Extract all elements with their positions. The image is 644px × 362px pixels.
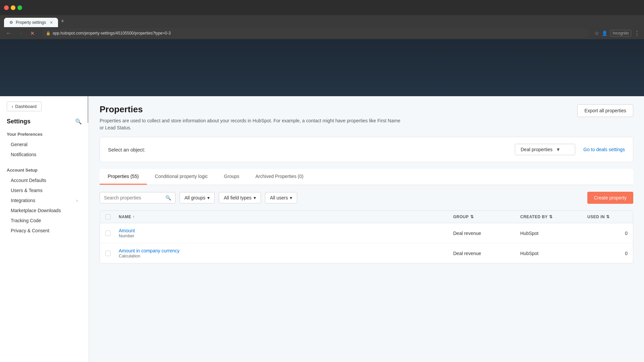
page-description: Properties are used to collect and store… [100,117,401,131]
profile-icon[interactable]: 👤 [602,31,607,36]
bookmark-icon[interactable]: ☆ [594,30,599,37]
th-used-in: USED IN ⇅ [587,215,628,219]
page-header: Properties Properties are used to collec… [100,104,633,131]
header-checkbox-cell [105,214,119,220]
all-users-arrow-icon: ▾ [290,195,292,200]
row1-used-in: 0 [587,231,628,236]
general-label: General [11,142,28,147]
notifications-label: Notifications [11,152,36,157]
incognito-label: Incognito [610,30,631,37]
table-row: Amount Number Deal revenue HubSpot 0 [100,223,633,243]
object-selector-label: Select an object: [108,147,145,153]
th-name: NAME ↑ [119,215,453,219]
all-field-types-label: All field types [224,195,251,200]
sidebar-top: ‹ Dashboard [0,96,89,114]
back-arrow-icon: ‹ [12,104,13,109]
row2-prop-name[interactable]: Amount in company currency [119,248,453,253]
select-all-checkbox[interactable] [105,214,111,220]
th-created-by: CREATED BY ⇅ [520,215,587,219]
sidebar-item-tracking-code[interactable]: Tracking Code [7,216,82,226]
row2-created-by: HubSpot [520,251,587,256]
tab-favicon: ⚙ [9,20,13,25]
row1-prop-group: Deal revenue [453,231,520,236]
sidebar-header: Settings 🔍 [0,114,89,126]
row1-prop-type: Number [119,233,453,238]
row2-prop-type: Calculation [119,253,453,258]
all-groups-dropdown-btn[interactable]: All groups ▾ [179,192,215,203]
privacy-consent-label: Privacy & Consent [11,228,49,233]
address-bar-row: ← → ✕ 🔒 app.hubspot.com/property-setting… [0,27,644,39]
minimize-window-btn[interactable] [11,5,15,10]
row2-checkbox[interactable] [105,251,111,256]
export-all-properties-btn[interactable]: Export all properties [577,104,633,117]
all-field-types-arrow-icon: ▾ [254,195,256,200]
sidebar-title: Settings [7,118,31,125]
content-area: Properties Properties are used to collec… [89,96,644,362]
object-dropdown-value: Deal properties [521,147,552,152]
section-title-account-setup: Account Setup [7,168,82,173]
create-property-btn[interactable]: Create property [587,192,633,204]
tab-properties[interactable]: Properties (55) [100,169,147,185]
tab-conditional-property-logic[interactable]: Conditional property logic [147,169,216,185]
all-field-types-dropdown-btn[interactable]: All field types ▾ [219,192,261,203]
filter-bar: 🔍 All groups ▾ All field types ▾ All use… [100,192,633,204]
page-header-left: Properties Properties are used to collec… [100,104,401,131]
reload-btn[interactable]: ✕ [28,29,37,37]
search-box: 🔍 [100,192,175,203]
tab-close-btn[interactable]: × [50,20,53,25]
tab-archived-properties[interactable]: Archived Properties (0) [248,169,312,185]
forward-btn[interactable]: → [16,29,25,37]
active-tab[interactable]: ⚙ Property settings × [4,18,58,27]
tracking-code-label: Tracking Code [11,218,41,223]
sidebar-item-users-teams[interactable]: Users & Teams [7,185,82,195]
address-bar[interactable]: 🔒 app.hubspot.com/property-settings/4510… [42,28,589,38]
th-group: GROUP ⇅ [453,215,520,219]
object-selector-right: Deal properties ▼ Go to deals settings [515,144,625,155]
tab-groups[interactable]: Groups [216,169,248,185]
maximize-window-btn[interactable] [17,5,22,10]
dashboard-btn[interactable]: ‹ Dashboard [7,102,42,111]
sidebar-item-marketplace[interactable]: Marketplace Downloads [7,205,82,216]
sidebar-item-integrations[interactable]: Integrations › [7,195,82,205]
th-group-sort-icon: ⇅ [470,215,474,219]
sidebar-item-account-defaults[interactable]: Account Defaults [7,175,82,185]
row1-prop-name[interactable]: Amount [119,228,453,233]
sidebar-search-icon[interactable]: 🔍 [75,118,82,125]
th-used-in-sort-icon: ⇅ [606,215,610,219]
row1-checkbox-cell [105,231,119,236]
browser-chrome [0,0,644,15]
scrollbar[interactable] [87,96,89,123]
object-dropdown[interactable]: Deal properties ▼ [515,144,575,155]
th-group-label: GROUP [453,215,469,219]
all-users-dropdown-btn[interactable]: All users ▾ [265,192,298,203]
sidebar-section-preferences: Your Preferences General Notifications [0,126,89,162]
object-selector-row: Select an object: Deal properties ▼ Go t… [100,137,633,162]
close-window-btn[interactable] [4,5,9,10]
menu-icon[interactable]: ⋮ [634,29,640,37]
table-header: NAME ↑ GROUP ⇅ CREATED BY ⇅ USED IN ⇅ [100,211,633,223]
row1-checkbox[interactable] [105,231,111,236]
sidebar-item-general[interactable]: General [7,139,82,149]
page-title: Properties [100,104,401,115]
go-to-deals-settings-link[interactable]: Go to deals settings [583,147,625,152]
search-properties-input[interactable] [104,195,163,200]
properties-table: NAME ↑ GROUP ⇅ CREATED BY ⇅ USED IN ⇅ [100,210,633,263]
integrations-label: Integrations [11,198,35,203]
sidebar-section-account-setup: Account Setup Account Defaults Users & T… [0,162,89,238]
top-banner [0,39,644,96]
tab-bar: ⚙ Property settings × + [0,15,644,27]
row1-name-cell: Amount Number [119,228,453,238]
new-tab-btn[interactable]: + [61,18,64,25]
row2-name-cell: Amount in company currency Calculation [119,248,453,258]
section-title-preferences: Your Preferences [7,132,82,137]
sidebar-item-notifications[interactable]: Notifications [7,149,82,160]
account-defaults-label: Account Defaults [11,178,46,183]
row2-prop-group: Deal revenue [453,251,520,256]
row2-used-in: 0 [587,251,628,256]
tabs-row: Properties (55) Conditional property log… [100,169,633,185]
lock-icon: 🔒 [46,31,51,36]
search-submit-icon[interactable]: 🔍 [165,195,171,200]
all-groups-label: All groups [184,195,205,200]
sidebar-item-privacy-consent[interactable]: Privacy & Consent [7,226,82,236]
back-btn[interactable]: ← [4,29,13,37]
